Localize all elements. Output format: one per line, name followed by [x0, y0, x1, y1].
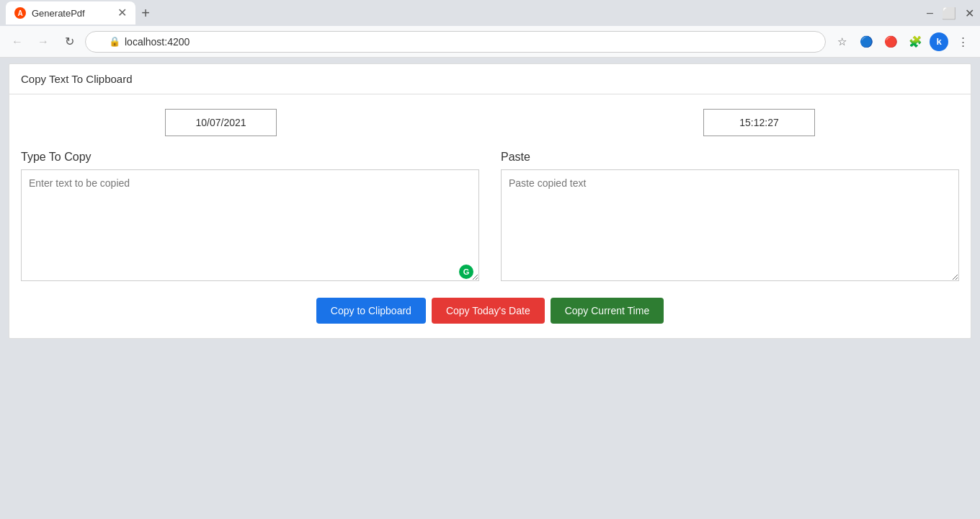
page-title: Copy Text To Clipboard: [21, 73, 133, 85]
date-time-row: 10/07/2021 15:12:27: [21, 109, 959, 136]
grammarly-icon: G: [459, 265, 473, 279]
time-display: 15:12:27: [703, 109, 815, 136]
window-controls: – ⬜ ✕: [927, 6, 974, 20]
extension-1-button[interactable]: 🔵: [856, 32, 876, 52]
right-column: Paste: [501, 151, 959, 283]
page-header: Copy Text To Clipboard: [9, 64, 971, 94]
address-lock-icon: 🔒: [109, 36, 120, 47]
forward-button[interactable]: →: [33, 32, 53, 52]
active-tab[interactable]: A GeneratePdf ✕: [6, 1, 135, 25]
extensions-button[interactable]: 🧩: [905, 32, 925, 52]
page-body: 10/07/2021 15:12:27 Type To Copy G: [9, 94, 971, 338]
type-textarea[interactable]: [21, 169, 479, 281]
maximize-button[interactable]: ⬜: [942, 6, 956, 20]
tab-favicon: A: [14, 7, 26, 19]
address-text: localhost:4200: [125, 36, 190, 48]
new-tab-button[interactable]: +: [135, 3, 156, 23]
nav-bar: ← → ↻ 🔒 localhost:4200 ☆ 🔵 🔴 🧩 k ⋮: [0, 26, 980, 58]
extension-2-button[interactable]: 🔴: [881, 32, 901, 52]
browser-window: A GeneratePdf ✕ + – ⬜ ✕ ← → ↻ 🔒 localhos…: [0, 0, 980, 519]
type-to-copy-label: Type To Copy: [21, 151, 479, 164]
menu-button[interactable]: ⋮: [953, 32, 973, 52]
page-container: Copy Text To Clipboard 10/07/2021 15:12:…: [9, 63, 971, 339]
address-bar[interactable]: 🔒 localhost:4200: [85, 31, 826, 53]
left-column: Type To Copy G: [21, 151, 479, 283]
tab-title: GeneratePdf: [32, 8, 85, 19]
bookmark-button[interactable]: ☆: [832, 32, 852, 52]
copy-clipboard-button[interactable]: Copy to Clipboard: [316, 298, 426, 324]
copy-time-button[interactable]: Copy Current Time: [551, 298, 664, 324]
refresh-button[interactable]: ↻: [59, 32, 79, 52]
type-textarea-wrapper: G: [21, 169, 479, 283]
tab-close-button[interactable]: ✕: [117, 7, 127, 19]
profile-button[interactable]: k: [930, 32, 948, 51]
two-column-layout: Type To Copy G Paste: [21, 151, 959, 283]
nav-right-buttons: ☆ 🔵 🔴 🧩 k ⋮: [832, 32, 973, 52]
time-value: 15:12:27: [739, 117, 779, 128]
close-button[interactable]: ✕: [965, 6, 974, 20]
paste-label: Paste: [501, 151, 959, 164]
paste-textarea[interactable]: [501, 169, 959, 281]
buttons-row: Copy to Clipboard Copy Today's Date Copy…: [21, 298, 959, 324]
date-display: 10/07/2021: [165, 109, 277, 136]
date-value: 10/07/2021: [195, 117, 246, 128]
minimize-button[interactable]: –: [927, 6, 933, 19]
title-bar: A GeneratePdf ✕ + – ⬜ ✕: [0, 0, 980, 26]
copy-date-button[interactable]: Copy Today's Date: [432, 298, 545, 324]
back-button[interactable]: ←: [7, 32, 27, 52]
